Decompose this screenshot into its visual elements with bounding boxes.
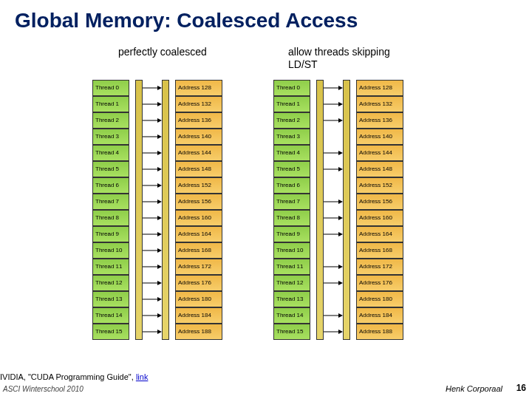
address-cell: Address 180 <box>356 291 403 307</box>
address-cell: Address 144 <box>175 145 222 161</box>
svg-marker-37 <box>338 118 343 123</box>
thread-cell: Thread 3 <box>273 129 310 145</box>
thread-cell: Thread 15 <box>92 324 129 340</box>
thread-bus-bar <box>135 80 143 340</box>
address-cell: Address 164 <box>175 226 222 242</box>
thread-cell: Thread 4 <box>273 145 310 161</box>
thread-cell: Thread 8 <box>92 210 129 226</box>
thread-cell: Thread 3 <box>92 129 129 145</box>
address-cell: Address 152 <box>175 177 222 194</box>
svg-marker-13 <box>157 183 162 188</box>
address-cell: Address 176 <box>356 275 403 291</box>
address-cell: Address 168 <box>356 242 403 259</box>
svg-marker-17 <box>157 216 162 220</box>
address-cell: Address 188 <box>356 324 403 340</box>
address-cell: Address 144 <box>356 145 403 161</box>
thread-cell: Thread 6 <box>273 177 310 194</box>
arrow-column <box>143 80 162 340</box>
caption-right: allow threads skipping LD/ST <box>288 46 392 71</box>
address-cell: Address 152 <box>356 177 403 194</box>
svg-marker-3 <box>157 102 162 106</box>
svg-marker-11 <box>157 167 162 171</box>
address-cell: Address 164 <box>356 226 403 242</box>
address-column: Address 128Address 132Address 136Address… <box>356 80 403 340</box>
svg-marker-55 <box>338 330 343 334</box>
page-title: Global Memory: Coalesced Access <box>15 9 358 33</box>
svg-marker-41 <box>338 167 343 171</box>
thread-cell: Thread 7 <box>92 194 129 210</box>
page-number: 16 <box>516 383 526 393</box>
svg-marker-49 <box>338 265 343 269</box>
caption-left: perfectly coalesced <box>118 46 207 58</box>
address-cell: Address 136 <box>175 112 222 129</box>
svg-marker-7 <box>157 134 162 139</box>
address-column: Address 128Address 132Address 136Address… <box>175 80 222 340</box>
address-cell: Address 184 <box>175 307 222 324</box>
author-label: Henk Corporaal <box>446 384 502 393</box>
thread-cell: Thread 2 <box>273 112 310 129</box>
threads-column: Thread 0Thread 1Thread 2Thread 3Thread 4… <box>92 80 129 340</box>
svg-marker-45 <box>338 216 343 220</box>
thread-cell: Thread 10 <box>273 242 310 259</box>
thread-cell: Thread 14 <box>273 307 310 324</box>
diagram-skipping: Thread 0Thread 1Thread 2Thread 3Thread 4… <box>273 80 403 340</box>
svg-marker-5 <box>157 118 162 123</box>
address-bus-bar <box>162 80 169 340</box>
thread-cell: Thread 12 <box>92 275 129 291</box>
address-cell: Address 128 <box>175 80 222 96</box>
svg-marker-1 <box>157 86 162 90</box>
address-cell: Address 140 <box>356 129 403 145</box>
svg-marker-29 <box>157 313 162 318</box>
thread-cell: Thread 6 <box>92 177 129 194</box>
thread-cell: Thread 5 <box>92 161 129 177</box>
address-cell: Address 172 <box>175 259 222 275</box>
thread-cell: Thread 4 <box>92 145 129 161</box>
thread-cell: Thread 5 <box>273 161 310 177</box>
address-cell: Address 156 <box>175 194 222 210</box>
address-cell: Address 156 <box>356 194 403 210</box>
address-bus-bar <box>343 80 350 340</box>
thread-cell: Thread 13 <box>92 291 129 307</box>
diagram-coalesced: Thread 0Thread 1Thread 2Thread 3Thread 4… <box>92 80 222 340</box>
svg-marker-43 <box>338 200 343 204</box>
thread-cell: Thread 12 <box>273 275 310 291</box>
svg-marker-9 <box>157 151 162 155</box>
svg-marker-47 <box>338 232 343 236</box>
address-cell: Address 160 <box>356 210 403 226</box>
thread-cell: Thread 9 <box>273 226 310 242</box>
source-citation: IVIDIA, "CUDA Programming Guide", link <box>0 372 148 381</box>
svg-marker-21 <box>157 248 162 253</box>
thread-cell: Thread 0 <box>92 80 129 96</box>
svg-marker-19 <box>157 232 162 236</box>
address-cell: Address 176 <box>175 275 222 291</box>
thread-cell: Thread 15 <box>273 324 310 340</box>
svg-marker-35 <box>338 102 343 106</box>
arrow-column <box>324 80 343 340</box>
svg-marker-53 <box>338 313 343 318</box>
threads-column: Thread 0Thread 1Thread 2Thread 3Thread 4… <box>273 80 310 340</box>
thread-cell: Thread 11 <box>92 259 129 275</box>
thread-cell: Thread 1 <box>92 96 129 112</box>
thread-cell: Thread 14 <box>92 307 129 324</box>
thread-cell: Thread 2 <box>92 112 129 129</box>
source-link[interactable]: link <box>136 372 149 381</box>
address-cell: Address 128 <box>356 80 403 96</box>
svg-marker-31 <box>157 330 162 334</box>
address-cell: Address 184 <box>356 307 403 324</box>
address-cell: Address 172 <box>356 259 403 275</box>
thread-cell: Thread 1 <box>273 96 310 112</box>
source-text: IVIDIA, "CUDA Programming Guide", <box>0 372 136 381</box>
svg-marker-25 <box>157 281 162 285</box>
address-cell: Address 140 <box>175 129 222 145</box>
svg-marker-23 <box>157 265 162 269</box>
address-cell: Address 160 <box>175 210 222 226</box>
address-cell: Address 132 <box>356 96 403 112</box>
svg-marker-39 <box>338 151 343 155</box>
address-cell: Address 188 <box>175 324 222 340</box>
thread-bus-bar <box>316 80 324 340</box>
thread-cell: Thread 10 <box>92 242 129 259</box>
thread-cell: Thread 11 <box>273 259 310 275</box>
thread-cell: Thread 8 <box>273 210 310 226</box>
thread-cell: Thread 13 <box>273 291 310 307</box>
thread-cell: Thread 0 <box>273 80 310 96</box>
